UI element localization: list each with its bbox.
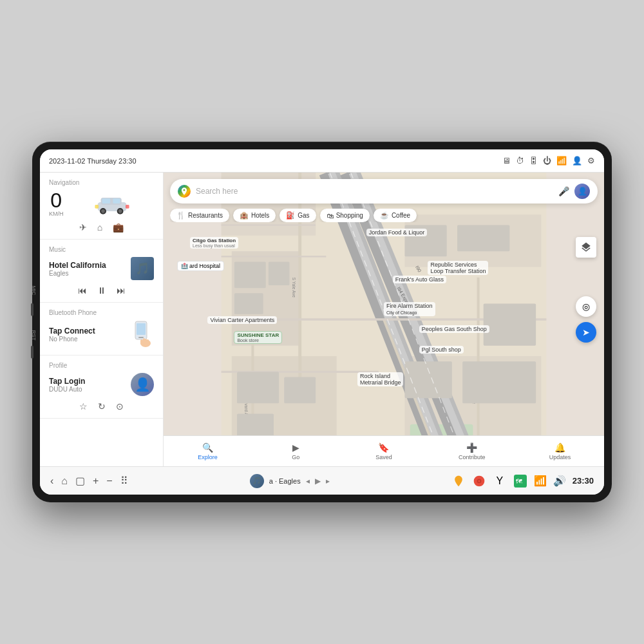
filter-hotels-label: Hotels xyxy=(251,212,269,219)
saved-tab[interactable]: 🔖 Saved xyxy=(340,436,428,466)
music-artist: Eagles xyxy=(49,270,126,277)
browser-app-icon[interactable]: Y xyxy=(493,474,507,488)
profile-section-label: Profile xyxy=(49,362,154,369)
contribute-label: Contribute xyxy=(459,454,486,460)
saved-icon: 🔖 xyxy=(378,442,389,453)
status-bar: 2023-11-02 Thursday 23:30 🖥 ⏱ 🎛 ⏻ 📶 👤 ⚙ xyxy=(40,149,604,173)
location-icon xyxy=(452,475,465,488)
music-thumbnail: 🎵 xyxy=(131,257,154,280)
mini-music-avatar: 🎵 xyxy=(250,474,264,488)
navigate-button[interactable]: ➤ xyxy=(576,322,596,343)
shopping-icon: 🛍 xyxy=(327,212,334,220)
volume-taskbar-icon[interactable]: 🔊 xyxy=(553,475,566,487)
saved-label: Saved xyxy=(375,454,392,460)
filter-restaurants-label: Restaurants xyxy=(188,212,223,219)
media-app-icon[interactable] xyxy=(472,474,486,488)
main-area: Navigation 0 KM/H xyxy=(40,173,604,466)
music-section: Music Hotel California Eagles 🎵 ⏮ ⏸ ⏭ xyxy=(40,240,163,303)
mic-button[interactable] xyxy=(31,303,33,316)
settings-icon: ⚙ xyxy=(587,156,595,166)
user-icon: 👤 xyxy=(572,156,582,166)
sync-icon[interactable]: ↻ xyxy=(98,401,106,412)
navigate-icon[interactable]: ✈ xyxy=(79,222,87,232)
filter-gas[interactable]: ⛽ Gas xyxy=(279,209,316,222)
filter-coffee[interactable]: ☕ Coffee xyxy=(374,209,417,222)
rst-label: RST xyxy=(31,330,37,340)
minus-button[interactable]: − xyxy=(106,475,112,487)
mini-next-icon[interactable]: ▸ xyxy=(326,477,330,486)
svg-rect-15 xyxy=(143,338,145,344)
svg-rect-11 xyxy=(137,323,146,335)
svg-rect-31 xyxy=(234,261,266,288)
map-layers-button[interactable] xyxy=(576,237,596,258)
music-title: Hotel California xyxy=(49,261,126,270)
svg-rect-12 xyxy=(138,337,144,338)
star-icon[interactable]: ☆ xyxy=(79,401,88,412)
go-label: Go xyxy=(292,454,299,460)
car-icon-area xyxy=(70,192,155,215)
mini-track-label: a · Eagles xyxy=(269,477,301,485)
explore-label: Explore xyxy=(198,454,218,460)
next-button[interactable]: ⏭ xyxy=(117,285,126,296)
hotels-icon: 🏨 xyxy=(240,211,249,220)
phone-icon-area xyxy=(128,320,154,348)
go-tab[interactable]: ▶ Go xyxy=(252,436,340,466)
map-icon: 🗺 xyxy=(514,475,527,488)
coffee-icon: ☕ xyxy=(380,211,389,220)
map-area[interactable]: I94 Express I90 S Yale Ave S Harvard Ave… xyxy=(164,173,604,466)
google-maps-logo xyxy=(178,185,191,198)
timer-icon: ⏱ xyxy=(516,156,524,166)
sidebar: Navigation 0 KM/H xyxy=(40,173,164,466)
taskbar-left: ‹ ⌂ ▢ + − ⠿ xyxy=(50,475,128,487)
svg-point-7 xyxy=(118,209,122,213)
taskbar-center: 🎵 a · Eagles ◂ ▶ ▸ xyxy=(250,474,330,488)
power-icon: ⏻ xyxy=(543,156,551,166)
updates-tab[interactable]: 🔔 Updates xyxy=(516,436,604,466)
prev-button[interactable]: ⏮ xyxy=(78,285,87,296)
svg-point-45 xyxy=(478,480,480,482)
explore-tab[interactable]: 🔍 Explore xyxy=(164,436,252,466)
map-app-icon[interactable]: 🗺 xyxy=(513,474,527,488)
rst-button[interactable] xyxy=(31,345,33,358)
compass-button[interactable]: ◎ xyxy=(576,296,596,317)
mini-prev-icon[interactable]: ◂ xyxy=(306,477,310,486)
search-placeholder[interactable]: Search here xyxy=(196,187,553,196)
home-nav-icon[interactable]: ⌂ xyxy=(97,222,102,232)
wifi-status-icon: 📶 xyxy=(556,156,567,166)
bt-title: Tap Connect xyxy=(49,327,123,336)
svg-rect-14 xyxy=(140,339,143,345)
contribute-tab[interactable]: ➕ Contribute xyxy=(428,436,516,466)
back-button[interactable]: ‹ xyxy=(50,475,53,487)
avatar: 👤 xyxy=(131,373,154,396)
filter-hotels[interactable]: 🏨 Hotels xyxy=(233,209,276,222)
profile-subtitle: DUDU Auto xyxy=(49,386,126,393)
wifi-taskbar-icon[interactable]: 📶 xyxy=(534,475,547,487)
bluetooth-section[interactable]: Bluetooth Phone Tap Connect No Phone xyxy=(40,303,163,355)
nav-actions: ✈ ⌂ 💼 xyxy=(49,222,154,232)
filter-coffee-label: Coffee xyxy=(392,212,410,219)
filter-shopping[interactable]: 🛍 Shopping xyxy=(320,209,370,222)
voice-search-icon[interactable]: 🎤 xyxy=(558,186,569,196)
home-button[interactable]: ⌂ xyxy=(61,475,68,487)
taskbar: ‹ ⌂ ▢ + − ⠿ 🎵 a · Eagles ◂ ▶ ▸ xyxy=(40,466,604,495)
svg-rect-41 xyxy=(462,361,536,403)
car-icon xyxy=(94,192,130,215)
profile-settings-icon[interactable]: ⊙ xyxy=(116,401,124,412)
map-search-bar[interactable]: Search here 🎤 👤 xyxy=(170,179,598,204)
grid-button[interactable]: ⠿ xyxy=(120,475,128,487)
location-app-icon[interactable] xyxy=(451,474,466,488)
speed-unit: KM/H xyxy=(49,211,64,217)
taskbar-clock: 23:30 xyxy=(573,476,594,486)
profile-info: Tap Login DUDU Auto xyxy=(49,377,126,393)
restaurants-icon: 🍴 xyxy=(176,211,185,220)
pause-button[interactable]: ⏸ xyxy=(97,285,106,296)
mini-play-icon[interactable]: ▶ xyxy=(315,477,321,486)
filter-restaurants[interactable]: 🍴 Restaurants xyxy=(170,209,229,222)
recents-button[interactable]: ▢ xyxy=(75,475,85,487)
nav-section-label: Navigation xyxy=(49,179,154,186)
user-avatar[interactable]: 👤 xyxy=(574,184,590,199)
add-button[interactable]: + xyxy=(93,475,99,487)
work-nav-icon[interactable]: 💼 xyxy=(113,222,124,232)
profile-section: Profile Tap Login DUDU Auto 👤 ☆ ↻ ⊙ xyxy=(40,355,163,419)
svg-rect-35 xyxy=(284,377,316,404)
